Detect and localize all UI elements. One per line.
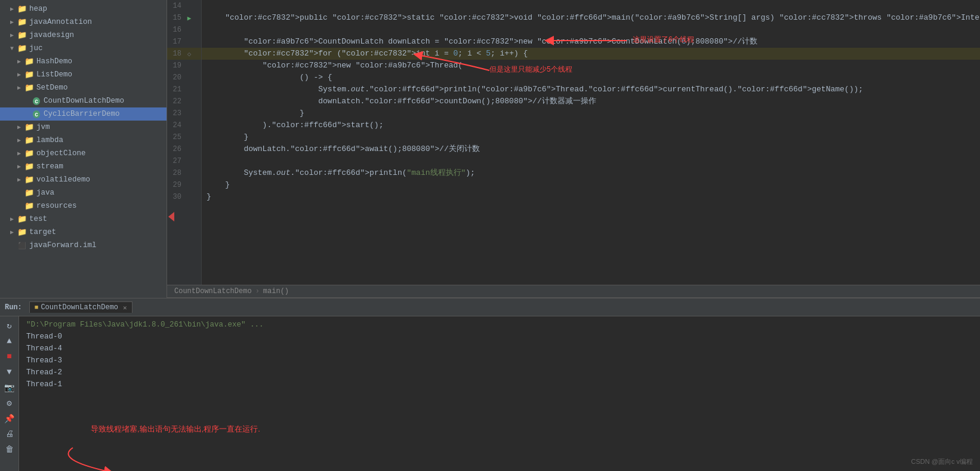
run-sidebar-buttons: ↻ ▲ ■ ▼ 📷 ⚙ 📌 🖨 🗑 [0, 316, 19, 471]
folder-icon-juc: 📁 [17, 44, 27, 53]
folder-icon-stream: 📁 [24, 162, 35, 171]
sidebar-item-javadesign[interactable]: ▶📁javadesign [0, 29, 167, 42]
tree-arrow-objectClone: ▶ [14, 150, 24, 157]
run-output-line: Thread-2 [26, 367, 973, 378]
code-text-26: downLatch."color:#ffc66d">await();808080… [202, 143, 480, 155]
tree-arrow-HashDemo: ▶ [14, 58, 24, 65]
code-row-14 [202, 0, 980, 12]
code-row-20: () -> { [202, 72, 980, 84]
sidebar: ▶📁heap▶📁javaAnnotation▶📁javadesign▼📁juc▶… [0, 0, 167, 298]
folder-icon-SetDemo: 📁 [24, 83, 35, 93]
gutter-15: ▶ [184, 14, 195, 22]
sidebar-item-volatiledemo[interactable]: ▶📁volatiledemo [0, 173, 167, 186]
line-number-text-23: 23 [167, 107, 184, 119]
sidebar-item-target[interactable]: ▶📁target [0, 226, 167, 239]
tree-item-label-volatiledemo: volatiledemo [36, 176, 90, 184]
sidebar-item-stream[interactable]: ▶📁stream [0, 160, 167, 173]
sidebar-item-juc[interactable]: ▼📁juc [0, 42, 167, 55]
run-tab-label: CountDownLatchDemo [41, 303, 118, 312]
scroll-up-button[interactable]: ▲ [3, 334, 16, 347]
code-row-17: "color:#a9b7c6">CountDownLatch downLatch… [202, 36, 980, 48]
camera-button[interactable]: 📷 [3, 381, 16, 394]
stop-button[interactable]: ■ [3, 350, 16, 363]
tree-item-label-test: test [29, 215, 47, 223]
code-row-19: "color:#cc7832">new "color:#a9b7c6">Thre… [202, 60, 980, 72]
tree-item-label-CountDownLatchDemo: CountDownLatchDemo [44, 97, 124, 105]
code-column: "color:#cc7832">public "color:#cc7832">s… [202, 0, 980, 285]
folder-icon-jvm: 📁 [24, 122, 35, 132]
line-num-20: 20 [167, 72, 201, 84]
settings-button[interactable]: ⚙ [3, 396, 16, 410]
sidebar-item-test[interactable]: ▶📁test [0, 213, 167, 226]
folder-icon-heap: 📁 [17, 4, 27, 14]
sidebar-item-objectClone[interactable]: ▶📁objectClone [0, 147, 167, 160]
code-text-20: () -> { [202, 72, 332, 84]
print-button[interactable]: 🖨 [3, 427, 16, 441]
tree-arrow-stream: ▶ [14, 163, 24, 170]
line-num-23: 23 [167, 107, 201, 119]
tree-item-label-ListDemo: ListDemo [36, 70, 72, 79]
breadcrumb-item-2: main() [263, 287, 289, 295]
folder-icon-volatiledemo: 📁 [24, 175, 35, 184]
line-number-text-21: 21 [167, 84, 184, 96]
sidebar-item-lambda[interactable]: ▶📁lambda [0, 134, 167, 147]
line-num-26: 26 [167, 143, 201, 155]
line-numbers: 1415▶161718◇192021222324252627282930 [167, 0, 202, 285]
code-text-30: } [202, 191, 211, 203]
sidebar-item-javaAnnotation[interactable]: ▶📁javaAnnotation [0, 16, 167, 29]
line-num-29: 29 [167, 179, 201, 191]
folder-icon-javaAnnotation: 📁 [17, 17, 27, 27]
tree-item-label-HashDemo: HashDemo [36, 57, 72, 66]
line-number-text-19: 19 [167, 60, 184, 72]
folder-icon-ListDemo: 📁 [24, 70, 35, 79]
code-row-27 [202, 155, 980, 167]
sidebar-collapse-arrow[interactable] [168, 212, 174, 221]
run-output-line: Thread-4 [26, 343, 973, 355]
tree-item-label-javaForward: javaForward.iml [29, 241, 97, 250]
tree-arrow-target: ▶ [7, 229, 17, 236]
code-text-28: System.out."color:#ffc66d">println("main… [202, 167, 475, 179]
code-text-17: "color:#a9b7c6">CountDownLatch downLatch… [202, 36, 757, 48]
sidebar-item-jvm[interactable]: ▶📁jvm [0, 121, 167, 134]
code-row-29: } [202, 179, 980, 191]
run-output: "D:\Program Files\Java\jdk1.8.0_261\bin\… [19, 316, 980, 471]
sidebar-item-javaForward[interactable]: ⬛javaForward.iml [0, 239, 167, 252]
breadcrumb-item-1: CountDownLatchDemo [174, 287, 252, 295]
tree-item-label-SetDemo: SetDemo [36, 84, 68, 92]
rerun-button[interactable]: ↻ [3, 319, 16, 332]
code-row-22: downLatch."color:#ffc66d">countDown();80… [202, 96, 980, 107]
line-number-text-27: 27 [167, 155, 184, 167]
sidebar-item-CountDownLatchDemo[interactable]: cCountDownLatchDemo [0, 94, 167, 107]
pin-button[interactable]: 📌 [3, 412, 16, 425]
tree-item-label-target: target [29, 228, 56, 236]
scroll-down-button[interactable]: ▼ [3, 365, 16, 378]
breadcrumb: CountDownLatchDemo › main() [167, 285, 980, 298]
sidebar-item-ListDemo[interactable]: ▶📁ListDemo [0, 68, 167, 81]
sidebar-item-java[interactable]: 📁java [0, 186, 167, 199]
sidebar-item-HashDemo[interactable]: ▶📁HashDemo [0, 55, 167, 68]
folder-icon-target: 📁 [17, 227, 27, 237]
sidebar-item-SetDemo[interactable]: ▶📁SetDemo [0, 81, 167, 94]
run-output-line: Thread-1 [26, 378, 973, 390]
line-num-28: 28 [167, 167, 201, 179]
iml-icon-javaForward: ⬛ [17, 242, 27, 250]
sidebar-item-heap[interactable]: ▶📁heap [0, 2, 167, 16]
tree-item-label-javaAnnotation: javaAnnotation [29, 18, 92, 26]
run-tab[interactable]: ■ CountDownLatchDemo ✕ [29, 301, 132, 313]
folder-icon-HashDemo: 📁 [24, 57, 35, 66]
run-tab-close[interactable]: ✕ [123, 304, 127, 312]
trash-button[interactable]: 🗑 [3, 443, 16, 456]
main-area: ▶📁heap▶📁javaAnnotation▶📁javadesign▼📁juc▶… [0, 0, 980, 298]
line-num-14: 14 [167, 0, 201, 12]
code-row-23: } [202, 107, 980, 119]
sidebar-item-CyclicBarrierDemo[interactable]: cCyclicBarrierDemo [0, 107, 167, 121]
line-num-30: 30 [167, 191, 201, 203]
tree-item-label-resources: resources [36, 202, 77, 210]
folder-icon-resources: 📁 [24, 201, 35, 211]
code-row-18: "color:#cc7832">for ("color:#cc7832">int… [202, 48, 980, 60]
tree-item-label-jvm: jvm [36, 123, 50, 131]
sidebar-item-resources[interactable]: 📁resources [0, 199, 167, 213]
code-row-16 [202, 24, 980, 36]
line-number-text-15: 15 [167, 12, 184, 24]
line-number-text-16: 16 [167, 24, 184, 36]
